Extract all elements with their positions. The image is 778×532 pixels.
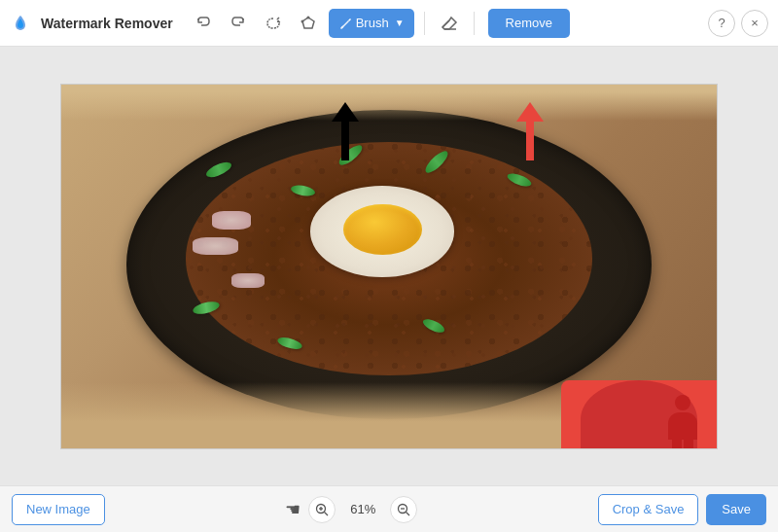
- new-image-label: New Image: [26, 502, 90, 516]
- save-label: Save: [722, 502, 751, 516]
- watermark-figure: [663, 395, 702, 443]
- close-button[interactable]: ×: [741, 10, 768, 37]
- onion-2: [231, 273, 265, 288]
- save-button[interactable]: Save: [706, 494, 766, 525]
- watermark-area: [561, 380, 717, 448]
- zoom-out-button[interactable]: [390, 496, 417, 523]
- svg-line-4: [325, 512, 329, 515]
- help-icon: ?: [718, 16, 725, 30]
- redo-button[interactable]: [224, 9, 253, 38]
- svg-line-8: [407, 512, 410, 515]
- hand-tool-icon[interactable]: ☚: [285, 499, 301, 520]
- toolbar-divider-2: [474, 12, 475, 35]
- polygon-icon: [300, 15, 317, 32]
- onion-3: [193, 237, 238, 256]
- app-title: Watermark Remover: [41, 16, 173, 31]
- eraser-icon: [441, 15, 458, 32]
- canvas-area: [0, 47, 778, 485]
- table-top: [61, 85, 717, 121]
- crop-save-label: Crop & Save: [613, 502, 685, 516]
- new-image-button[interactable]: New Image: [12, 494, 105, 525]
- zoom-out-icon: [397, 503, 410, 516]
- help-button[interactable]: ?: [708, 10, 735, 37]
- app-logo: [10, 13, 31, 34]
- zoom-controls: ☚ 61%: [113, 496, 590, 523]
- brush-dropdown-arrow: ▼: [395, 18, 405, 28]
- eraser-button[interactable]: [435, 9, 464, 38]
- image-container[interactable]: [60, 84, 718, 449]
- redo-icon: [230, 15, 247, 32]
- lasso-button[interactable]: [259, 9, 288, 38]
- app-logo-icon: [10, 13, 31, 34]
- zoom-in-icon: [315, 503, 329, 516]
- lasso-icon: [265, 15, 282, 32]
- egg-yolk: [343, 204, 422, 255]
- zoom-level: 61%: [343, 502, 382, 516]
- brush-label: Brush: [356, 16, 389, 30]
- polygon-button[interactable]: [294, 9, 323, 38]
- title-bar: Watermark Remover Brush ▼: [0, 0, 778, 47]
- toolbar-divider: [424, 12, 425, 35]
- close-icon: ×: [751, 16, 759, 30]
- food-image: [61, 85, 717, 448]
- onion-1: [212, 211, 251, 230]
- brush-icon: [338, 17, 352, 30]
- remove-button[interactable]: Remove: [488, 9, 570, 38]
- undo-icon: [194, 15, 212, 32]
- svg-point-0: [306, 16, 309, 18]
- svg-point-1: [301, 19, 303, 22]
- undo-button[interactable]: [189, 9, 218, 38]
- crop-save-button[interactable]: Crop & Save: [598, 494, 699, 525]
- zoom-in-button[interactable]: [308, 496, 336, 523]
- remove-label: Remove: [506, 16, 552, 30]
- status-bar: New Image ☚ 61% Crop & Save Save: [0, 485, 778, 532]
- brush-button[interactable]: Brush ▼: [329, 9, 414, 38]
